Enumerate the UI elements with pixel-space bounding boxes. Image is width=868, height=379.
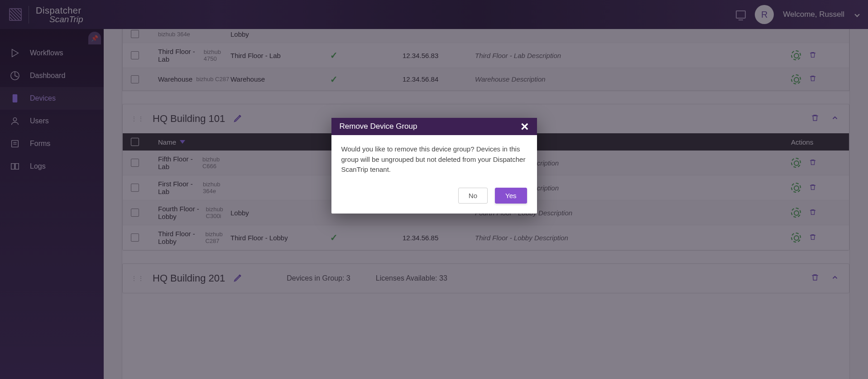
close-icon[interactable]: × xyxy=(521,122,529,131)
yes-button[interactable]: Yes xyxy=(495,188,527,204)
modal-overlay: Remove Device Group × Would you like to … xyxy=(0,0,868,379)
remove-group-modal: Remove Device Group × Would you like to … xyxy=(331,118,537,214)
no-button[interactable]: No xyxy=(458,188,488,204)
modal-body: Would you like to remove this device gro… xyxy=(331,135,537,184)
modal-title: Remove Device Group xyxy=(340,122,417,131)
